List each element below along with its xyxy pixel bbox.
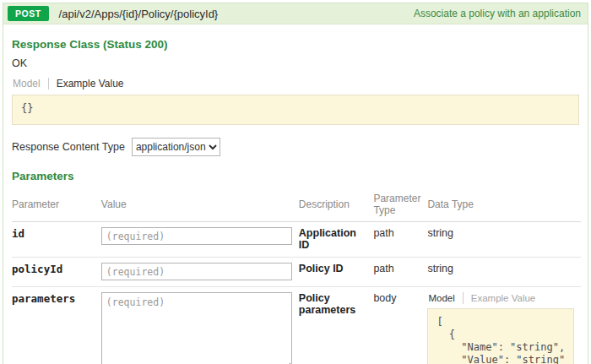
column-header-value: Value xyxy=(101,189,299,222)
operation-header[interactable]: POST /api/v2/Apps/{id}/Policy/{policyId}… xyxy=(3,3,588,24)
param-row-id: id Application ID path string xyxy=(12,222,581,258)
param-name: parameters xyxy=(12,287,101,364)
column-header-description: Description xyxy=(299,189,374,222)
tab-model[interactable]: Model xyxy=(427,292,462,304)
response-class-heading: Response Class (Status 200) xyxy=(12,38,579,51)
param-value-textarea-parameters[interactable] xyxy=(101,292,292,364)
response-content-type-select[interactable]: application/json xyxy=(132,138,220,156)
param-data-type: string xyxy=(427,222,581,258)
param-model-tabs: ModelExample Value xyxy=(427,292,574,304)
param-data-type: string xyxy=(427,258,581,287)
param-type: path xyxy=(373,258,427,287)
param-row-parameters: parameters Parameter content type: appli… xyxy=(12,287,581,364)
param-description: Application ID xyxy=(299,222,374,258)
operation-panel: POST /api/v2/Apps/{id}/Policy/{policyId}… xyxy=(3,3,588,364)
response-status-text: OK xyxy=(12,57,579,69)
param-name: policyId xyxy=(12,258,101,287)
column-header-parameter: Parameter xyxy=(12,189,101,222)
tab-example-value[interactable]: Example Value xyxy=(463,292,544,304)
param-value-input-id[interactable] xyxy=(101,227,292,245)
table-header-row: Parameter Value Description Parameter Ty… xyxy=(12,189,581,222)
param-description: Policy parameters xyxy=(299,287,374,364)
param-description: Policy ID xyxy=(299,258,374,287)
response-example-code: {} xyxy=(12,95,579,125)
operation-summary-link[interactable]: Associate a policy with an application xyxy=(414,8,581,19)
param-type: body xyxy=(373,287,427,364)
parameters-table: Parameter Value Description Parameter Ty… xyxy=(12,189,581,364)
response-tabs: ModelExample Value xyxy=(12,78,579,90)
parameters-heading: Parameters xyxy=(12,170,579,182)
column-header-data-type: Data Type xyxy=(427,189,581,222)
response-content-type-label: Response Content Type xyxy=(12,141,125,153)
operation-content: Response Class (Status 200) OK ModelExam… xyxy=(3,24,588,364)
tab-model[interactable]: Model xyxy=(12,78,48,90)
response-content-type-row: Response Content Type application/json xyxy=(12,138,579,156)
tab-example-value[interactable]: Example Value xyxy=(48,78,132,90)
param-type: path xyxy=(373,222,427,258)
http-method-badge: POST xyxy=(8,6,49,21)
column-header-parameter-type: Parameter Type xyxy=(373,189,427,222)
param-value-input-policyId[interactable] xyxy=(101,263,292,280)
param-example-code: [ { "Name": "string", "Value": "string" … xyxy=(427,308,574,364)
endpoint-path-link[interactable]: /api/v2/Apps/{id}/Policy/{policyId} xyxy=(59,8,219,20)
param-name: id xyxy=(12,222,101,258)
param-row-policyId: policyId Policy ID path string xyxy=(12,258,581,287)
param-model-box: ModelExample Value [ { "Name": "string",… xyxy=(427,292,574,364)
